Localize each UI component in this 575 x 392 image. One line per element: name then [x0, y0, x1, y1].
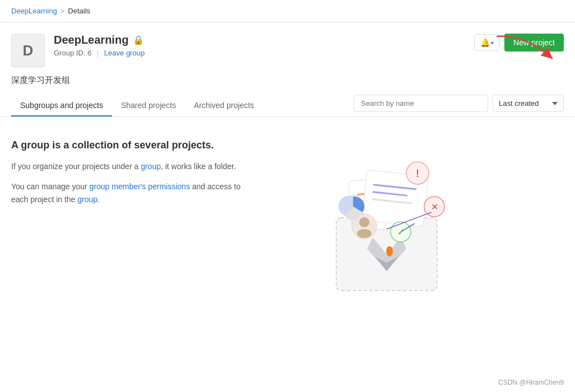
- empty-desc2-text3: .: [98, 195, 100, 204]
- svg-point-14: [357, 229, 372, 238]
- empty-desc1-text2: , it works like a folder.: [161, 162, 236, 171]
- notification-button[interactable]: 🔔 ▾: [474, 34, 500, 51]
- header-actions: 🔔 ▾ New project: [474, 34, 564, 52]
- empty-state-title: A group is a collection of several proje…: [11, 139, 247, 151]
- svg-text:✓: ✓: [397, 227, 405, 237]
- group-header: D DeepLearning 🔒 Group ID: 6 | Leave gro…: [0, 22, 575, 67]
- main-content: A group is a collection of several proje…: [0, 117, 575, 330]
- svg-point-13: [359, 217, 369, 227]
- svg-text:✕: ✕: [431, 202, 438, 212]
- group-info: DeepLearning 🔒 Group ID: 6 | Leave group: [54, 34, 145, 57]
- illustration-svg: ! ✓ ✕: [303, 139, 471, 296]
- group-subtitle: 深度学习开发组: [0, 67, 575, 86]
- breadcrumb-current: Details: [68, 7, 90, 15]
- tab-shared-projects[interactable]: Shared projects: [112, 95, 185, 116]
- new-project-button[interactable]: New project: [504, 34, 564, 52]
- empty-state-desc1: If you organize your projects under a gr…: [11, 160, 247, 172]
- group-name-row: DeepLearning 🔒: [54, 34, 145, 46]
- tab-controls: Last created Name: A-Z Name: Z-A Last up…: [354, 95, 564, 112]
- breadcrumb-parent-link[interactable]: DeepLearning: [11, 7, 57, 15]
- tabs: Subgroups and projects Shared projects A…: [11, 95, 263, 116]
- empty-state-text: A group is a collection of several proje…: [11, 139, 247, 206]
- empty-desc2-link2[interactable]: group: [77, 195, 98, 204]
- breadcrumb-separator: >: [61, 7, 65, 15]
- bell-icon: 🔔: [480, 38, 490, 47]
- empty-desc1-link[interactable]: group: [141, 162, 161, 171]
- svg-text:!: !: [416, 168, 419, 179]
- group-illustration: ! ✓ ✕: [303, 139, 471, 307]
- svg-point-25: [387, 246, 392, 252]
- breadcrumb: DeepLearning > Details: [0, 0, 575, 22]
- group-id: Group ID: 6: [54, 49, 91, 57]
- chevron-down-icon: ▾: [491, 40, 494, 46]
- tab-archived-projects[interactable]: Archived projects: [185, 95, 263, 116]
- meta-separator: |: [97, 49, 99, 57]
- search-input[interactable]: [354, 95, 488, 112]
- header-left: D DeepLearning 🔒 Group ID: 6 | Leave gro…: [11, 34, 145, 67]
- group-name: DeepLearning: [54, 34, 128, 46]
- tab-subgroups-projects[interactable]: Subgroups and projects: [11, 95, 112, 116]
- lock-icon: 🔒: [133, 35, 144, 45]
- empty-desc2-link1[interactable]: group member's permissions: [90, 182, 190, 191]
- empty-desc1-text1: If you organize your projects under a: [11, 162, 141, 171]
- leave-group-link[interactable]: Leave group: [104, 49, 145, 57]
- group-meta: Group ID: 6 | Leave group: [54, 49, 145, 57]
- sort-dropdown[interactable]: Last created Name: A-Z Name: Z-A Last up…: [493, 95, 564, 112]
- empty-desc2-text1: You can manage your: [11, 182, 90, 191]
- group-avatar: D: [11, 34, 45, 67]
- tabs-row: Subgroups and projects Shared projects A…: [0, 86, 575, 117]
- empty-state-desc2: You can manage your group member's permi…: [11, 180, 247, 206]
